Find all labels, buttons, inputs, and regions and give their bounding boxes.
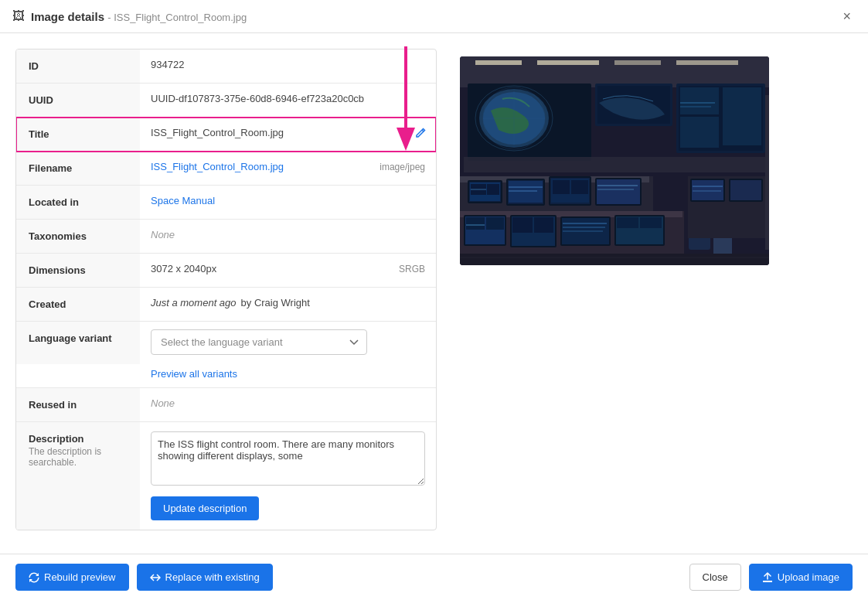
uuid-row: UUID UUID-df107873-375e-60d8-6946-ef723a…	[16, 84, 436, 118]
language-label: Language variant	[16, 322, 140, 364]
dimensions-row: Dimensions 3072 x 2040px SRGB	[16, 254, 436, 288]
taxonomies-row: Taxonomies None	[16, 220, 436, 254]
created-value: Just a moment ago by Craig Wright	[140, 288, 436, 318]
id-value: 934722	[140, 49, 436, 80]
close-button[interactable]: Close	[689, 564, 741, 591]
replace-label: Replace with existing	[165, 571, 260, 583]
title-edit-button[interactable]	[411, 124, 430, 145]
description-value: The ISS flight control room. There are m…	[140, 422, 436, 530]
created-time: Just a moment ago	[151, 297, 237, 309]
svg-rect-79	[765, 95, 769, 250]
svg-rect-4	[475, 60, 522, 65]
image-icon: 🖼	[12, 9, 25, 23]
svg-rect-64	[617, 217, 638, 228]
created-row: Created Just a moment ago by Craig Wrigh…	[16, 288, 436, 322]
filename-label: Filename	[16, 152, 140, 185]
dimensions-value: 3072 x 2040px SRGB	[140, 254, 436, 284]
language-select[interactable]: Select the language variant	[151, 329, 367, 355]
dimensions-label: Dimensions	[16, 254, 140, 287]
id-row: ID 934722	[16, 49, 436, 84]
svg-rect-74	[692, 180, 723, 200]
dialog-header: 🖼 Image details - ISS_Flight_Control_Roo…	[0, 0, 868, 33]
dialog-filename: - ISS_Flight_Control_Room.jpg	[107, 12, 247, 23]
created-label: Created	[16, 288, 140, 321]
footer-right: Close Upload image	[689, 564, 853, 591]
dimensions-badge: SRGB	[399, 264, 425, 274]
footer: Rebuild preview Replace with existing Cl…	[0, 554, 868, 600]
svg-rect-6	[614, 60, 661, 65]
taxonomies-value: None	[140, 220, 436, 250]
dialog-title: Image details - ISS_Flight_Control_Room.…	[31, 10, 247, 23]
svg-rect-81	[460, 254, 769, 265]
svg-rect-55	[512, 217, 533, 233]
dialog-close-button[interactable]: ×	[838, 8, 856, 25]
located-value: Space Manual	[140, 186, 436, 216]
reused-value: None	[140, 388, 436, 418]
language-value: Select the language variant	[140, 322, 436, 364]
taxonomies-label: Taxonomies	[16, 220, 140, 253]
svg-rect-40	[553, 180, 570, 194]
preview-variants-link[interactable]: Preview all variants	[151, 368, 237, 380]
svg-rect-78	[730, 180, 761, 200]
located-link[interactable]: Space Manual	[151, 195, 215, 206]
svg-rect-18	[680, 87, 719, 114]
title-row: Title ISS_Flight_Control_Room.jpg	[16, 118, 436, 152]
filename-link[interactable]: ISS_Flight_Control_Room.jpg	[151, 161, 284, 172]
created-by: by Craig Wright	[241, 297, 310, 309]
footer-left: Rebuild preview Replace with existing	[15, 564, 273, 591]
svg-rect-7	[676, 60, 738, 65]
update-description-button[interactable]: Update description	[151, 496, 259, 520]
header-left: 🖼 Image details - ISS_Flight_Control_Roo…	[12, 9, 247, 23]
svg-rect-65	[640, 217, 662, 228]
language-row: Language variant Select the language var…	[16, 322, 436, 388]
rebuild-icon	[29, 572, 39, 583]
svg-rect-41	[571, 180, 588, 194]
svg-rect-19	[680, 117, 719, 148]
located-label: Located in	[16, 186, 140, 219]
description-row: Description The description is searchabl…	[16, 422, 436, 530]
svg-rect-43	[597, 179, 640, 204]
svg-rect-30	[487, 184, 499, 195]
located-row: Located in Space Manual	[16, 186, 436, 220]
main-content: ID 934722 UUID UUID-df107873-375e-60d8-6…	[0, 33, 868, 554]
description-textarea[interactable]: The ISS flight control room. There are m…	[151, 431, 425, 486]
svg-rect-20	[723, 87, 761, 145]
svg-rect-5	[537, 60, 599, 65]
rebuild-preview-button[interactable]: Rebuild preview	[15, 564, 129, 591]
svg-rect-34	[509, 181, 543, 203]
upload-icon	[762, 572, 773, 583]
rebuild-preview-label: Rebuild preview	[44, 571, 116, 583]
replace-button[interactable]: Replace with existing	[137, 564, 273, 591]
uuid-value: UUID-df107873-375e-60d8-6946-ef723a20c0c…	[140, 84, 436, 114]
id-label: ID	[16, 49, 140, 83]
filename-value: ISS_Flight_Control_Room.jpg image/jpeg	[140, 152, 436, 182]
upload-image-label: Upload image	[778, 571, 839, 583]
svg-rect-50	[466, 217, 485, 230]
svg-rect-23	[464, 157, 765, 172]
image-panel	[460, 49, 853, 538]
description-sub: The description is searchable.	[29, 446, 128, 468]
title-label: Title	[16, 118, 140, 151]
file-type-badge: image/jpeg	[380, 162, 425, 172]
description-label: Description The description is searchabl…	[16, 422, 140, 530]
title-value: ISS_Flight_Control_Room.jpg	[140, 118, 436, 148]
replace-icon	[150, 572, 161, 583]
details-panel: ID 934722 UUID UUID-df107873-375e-60d8-6…	[15, 49, 437, 530]
svg-rect-56	[534, 217, 553, 233]
uuid-label: UUID	[16, 84, 140, 117]
filename-row: Filename ISS_Flight_Control_Room.jpg ima…	[16, 152, 436, 186]
image-preview	[460, 56, 769, 265]
svg-rect-51	[486, 217, 504, 230]
reused-row: Reused in None	[16, 388, 436, 422]
reused-label: Reused in	[16, 388, 140, 421]
upload-image-button[interactable]: Upload image	[749, 564, 853, 591]
